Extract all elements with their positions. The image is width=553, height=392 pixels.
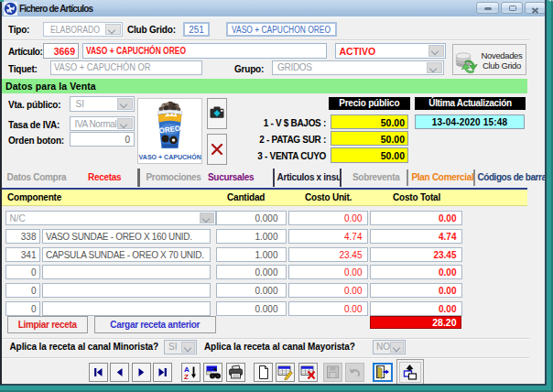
- svg-text:Z: Z: [184, 373, 189, 381]
